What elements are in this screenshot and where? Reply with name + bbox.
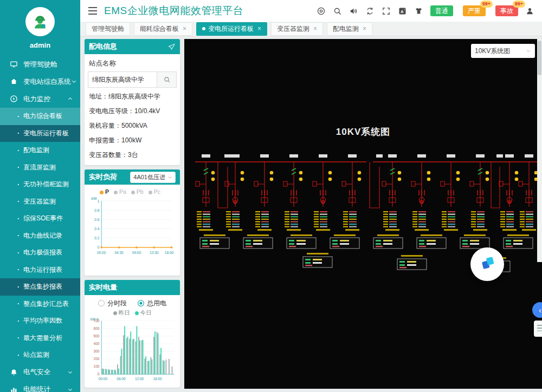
svg-text:400: 400 <box>94 342 100 345</box>
stats-icon <box>10 386 18 392</box>
sidebar-subitem[interactable]: ·配电监测 <box>0 142 80 159</box>
search-icon[interactable] <box>333 6 342 16</box>
sidebar-subitem[interactable]: ·电力运行报表 <box>0 262 80 279</box>
app-title: EMS企业微电网能效管理平台 <box>104 4 243 18</box>
realtime-load-header: 实时负荷 4A01低压进 <box>85 169 180 185</box>
info-row: 变压器数量：3台 <box>88 148 177 162</box>
sidebar-subitem[interactable]: ·最大需量分析 <box>0 330 80 347</box>
tab-active[interactable]: 变电所运行看板× <box>196 22 267 36</box>
single-line-diagram <box>184 39 542 389</box>
sidebar-subitem[interactable]: ·直流屏监测 <box>0 159 80 177</box>
sidebar-subitem[interactable]: ·无功补偿柜监测 <box>0 176 80 193</box>
home-icon <box>10 77 18 86</box>
radio-option[interactable]: 分时段 <box>98 299 127 308</box>
font-size-icon[interactable]: A² <box>398 6 407 16</box>
fullscreen-icon[interactable] <box>382 6 391 16</box>
sidebar-subitem[interactable]: ·整点集抄报表 <box>0 278 80 296</box>
legend-dot <box>131 191 135 194</box>
scrollbar-thumb[interactable] <box>538 41 541 75</box>
dashboard-icon <box>10 60 18 69</box>
legend-item[interactable]: 今日 <box>135 309 152 317</box>
tab-close-icon[interactable]: × <box>257 25 261 32</box>
svg-text:0.6: 0.6 <box>94 218 99 221</box>
legend-dot <box>100 191 104 194</box>
svg-text:06:00: 06:00 <box>117 377 126 381</box>
username: admin <box>0 41 80 49</box>
sidebar-subitem[interactable]: ·整点集抄汇总表 <box>0 296 80 313</box>
site-search-group <box>88 71 177 88</box>
sidebar-subitem[interactable]: ·综保SOE事件 <box>0 210 80 227</box>
sidebar-subitem[interactable]: ·电力极值报表 <box>0 244 80 262</box>
legend-item[interactable]: Pb <box>131 188 144 195</box>
theme-shirt-icon[interactable] <box>414 6 423 16</box>
sidebar-subitem[interactable]: ·电力综合看板 <box>0 108 80 125</box>
sidebar-item[interactable]: 管理驾驶舱 <box>0 56 80 73</box>
tab-item[interactable]: 管理驾驶舱 <box>86 22 130 36</box>
tab-item[interactable]: 变压器监测× <box>271 22 323 36</box>
svg-text:kW: kW <box>92 197 97 200</box>
record-icon[interactable] <box>317 6 326 16</box>
load-legend: PPaPbPc <box>88 187 177 195</box>
legend-item[interactable]: 昨日 <box>113 309 130 317</box>
feeder-select[interactable]: 4A01低压进 <box>130 172 176 183</box>
sidebar-subitem[interactable]: ·平均功率因数 <box>0 312 80 330</box>
tab-close-icon[interactable]: × <box>363 25 366 32</box>
tencent-meeting-fab[interactable] <box>470 247 504 281</box>
svg-text:18:00: 18:00 <box>153 377 162 381</box>
diagram-select[interactable]: 10KV系统图 <box>471 44 535 58</box>
refresh-icon[interactable] <box>365 6 375 16</box>
sidebar-item[interactable]: 电能统计 <box>0 381 80 392</box>
tab-close-icon[interactable]: × <box>313 25 317 32</box>
legend-item[interactable]: Pa <box>114 188 126 195</box>
chevron-down-icon <box>167 175 172 180</box>
realtime-energy-header: 实时电量 <box>85 280 180 295</box>
radio-option[interactable]: 总用电 <box>138 299 166 308</box>
legend-item[interactable]: Pc <box>149 188 160 195</box>
legend-dot <box>149 191 152 194</box>
sidebar-subitem[interactable]: ·变压器监测 <box>0 193 80 211</box>
legend-item[interactable]: P <box>100 188 109 195</box>
search-icon <box>163 76 171 83</box>
avatar[interactable] <box>25 7 55 36</box>
site-name-input[interactable] <box>88 71 157 88</box>
severe-count-badge: 99+ <box>480 1 493 8</box>
sidebar-subitem[interactable]: ·电力曲线记录 <box>0 227 80 245</box>
alarm-level-normal[interactable]: 普通 <box>430 5 453 16</box>
chevron-left-icon: ‹ <box>539 305 541 315</box>
tab-close-icon[interactable]: × <box>183 25 186 32</box>
svg-text:18:00: 18:00 <box>165 251 174 254</box>
sidebar-item[interactable]: 电力监控 <box>0 90 80 108</box>
sidebar: admin 管理驾驶舱变电站综自系统电力监控·电力综合看板·变电所运行看板·配电… <box>0 0 80 392</box>
chevron-down-icon <box>67 387 74 392</box>
svg-text:700: 700 <box>94 319 100 323</box>
diagram-title: 10KV系统图 <box>184 126 542 138</box>
accident-count-badge: 99+ <box>513 1 525 8</box>
energy-usage-chart: kW·h010020030040050060070000:0006:0012:0… <box>88 317 177 382</box>
sidebar-subitem[interactable]: ·变电所运行看板 <box>0 125 80 142</box>
edge-floating-widget[interactable] <box>534 321 542 337</box>
header-actions: A² 普通 严重 99+ 事故 99+ <box>317 5 534 17</box>
volume-icon[interactable] <box>349 6 358 16</box>
user-icon[interactable] <box>525 6 534 16</box>
alarm-level-accident-wrap: 事故 99+ <box>495 5 518 17</box>
scrollbar[interactable] <box>537 39 542 262</box>
distribution-info-header: 配电信息 <box>85 39 180 54</box>
menu-collapse-icon[interactable] <box>88 7 98 15</box>
card-title: 配电信息 <box>89 42 117 51</box>
tab-item[interactable]: 能耗综合看板× <box>134 22 192 36</box>
site-name-label: 站点名称 <box>89 59 176 68</box>
sidebar-item[interactable]: 变电站综自系统 <box>0 73 80 90</box>
info-row: 地址：绵阳东辰高级中学 <box>88 89 177 104</box>
alarm-icon <box>10 368 18 377</box>
chevron-down-icon <box>71 79 77 85</box>
send-icon[interactable] <box>167 43 176 51</box>
tab-item[interactable]: 配电监测× <box>327 22 372 36</box>
chevron-up-icon <box>67 96 74 102</box>
radio-selected-icon <box>138 300 144 306</box>
sidebar-submenu: ·电力综合看板·变电所运行看板·配电监测·直流屏监测·无功补偿柜监测·变压器监测… <box>0 108 80 364</box>
sidebar-item[interactable]: 电气安全 <box>0 364 80 381</box>
info-row: 装机容量：5000kVA <box>88 119 177 133</box>
site-search-button[interactable] <box>157 71 177 88</box>
sidebar-subitem[interactable]: ·站点监测 <box>0 347 80 364</box>
energy-legend: 昨日今日 <box>88 308 177 317</box>
